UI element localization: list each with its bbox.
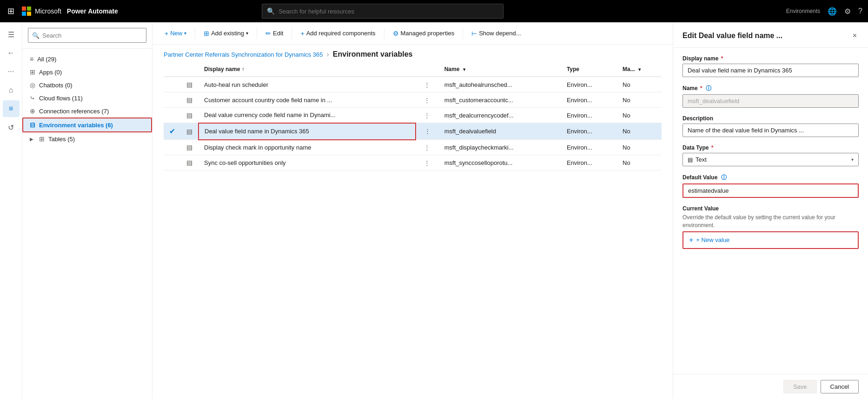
row-more-cell[interactable]: ⋮ bbox=[416, 77, 439, 92]
sidebar-search-input[interactable] bbox=[42, 32, 142, 39]
more-icon[interactable]: ··· bbox=[3, 63, 20, 80]
sidebar-item-apps-label: Apps (0) bbox=[39, 69, 62, 76]
home-icon[interactable]: ⌂ bbox=[3, 82, 20, 98]
row-more-cell[interactable]: ⋮ bbox=[416, 123, 439, 140]
edit-button[interactable]: ✏ Edit bbox=[261, 28, 288, 39]
new-value-button[interactable]: + + New value bbox=[682, 231, 859, 249]
col-type[interactable]: Type bbox=[561, 62, 617, 77]
add-existing-button[interactable]: ⊞ Add existing ▾ bbox=[199, 28, 253, 39]
col-ma[interactable]: Ma... ▾ bbox=[617, 62, 662, 77]
name-info-icon[interactable]: ⓘ bbox=[706, 85, 711, 92]
settings-icon[interactable]: ⚙ bbox=[844, 7, 851, 16]
data-type-chevron-icon: ▾ bbox=[851, 157, 854, 162]
sidebar-item-apps[interactable]: ⊞ Apps (0) bbox=[22, 65, 152, 78]
table-row[interactable]: ✔ ▤ Deal value field name in Dynamics 36… bbox=[164, 123, 662, 140]
default-value-info-icon[interactable]: ⓘ bbox=[721, 174, 727, 181]
show-depend-button[interactable]: ⊢ Show depend... bbox=[467, 28, 525, 39]
cloud-flows-icon: ⤷ bbox=[30, 94, 35, 102]
default-value-input[interactable] bbox=[682, 183, 859, 198]
list-icon[interactable]: ≡ bbox=[3, 100, 20, 117]
data-type-select[interactable]: ▤ Text ▾ bbox=[682, 153, 859, 166]
row-ma: No bbox=[617, 140, 662, 155]
global-search-box[interactable]: 🔍 bbox=[262, 4, 504, 19]
description-input[interactable] bbox=[682, 124, 859, 137]
table-row[interactable]: ▤ Display check mark in opportunity name… bbox=[164, 140, 662, 155]
apps-grid-icon[interactable]: ⊞ bbox=[6, 4, 16, 18]
table-row[interactable]: ▤ Sync co-sell opportunities only ⋮ msft… bbox=[164, 155, 662, 170]
ma-sort-icon: ▾ bbox=[638, 67, 641, 72]
row-checkbox-cell[interactable] bbox=[164, 140, 181, 155]
data-type-label: Data Type * bbox=[682, 144, 859, 151]
globe-icon[interactable]: 🌐 bbox=[828, 7, 837, 16]
data-type-icon: ▤ bbox=[688, 157, 693, 163]
save-button[interactable]: Save bbox=[783, 380, 817, 393]
main-layout: ☰ ← ··· ⌂ ≡ ↺ 🔍 ≡ All (29) ⊞ Apps (0) ◎ bbox=[0, 22, 868, 399]
row-more-icon[interactable]: ⋮ bbox=[421, 96, 433, 105]
table-row[interactable]: ▤ Auto-heal run scheduler ⋮ msft_autohea… bbox=[164, 77, 662, 92]
current-value-desc: Override the default value by setting th… bbox=[682, 214, 859, 229]
description-group: Description bbox=[682, 115, 859, 137]
sidebar-item-all[interactable]: ≡ All (29) bbox=[22, 52, 152, 65]
add-required-icon: + bbox=[300, 30, 304, 37]
global-search-input[interactable] bbox=[278, 8, 498, 15]
history-icon[interactable]: ↺ bbox=[3, 119, 20, 136]
help-icon[interactable]: ? bbox=[858, 7, 862, 15]
row-more-cell[interactable]: ⋮ bbox=[416, 140, 439, 155]
managed-props-button[interactable]: ⚙ Managed properties bbox=[388, 28, 459, 39]
env-vars-icon: ⊟ bbox=[30, 121, 35, 129]
search-icon: 🔍 bbox=[32, 32, 40, 39]
display-name-input[interactable] bbox=[682, 64, 859, 77]
breadcrumb-parent[interactable]: Partner Center Referrals Synchronization… bbox=[164, 51, 323, 58]
row-checkbox-cell[interactable] bbox=[164, 77, 181, 92]
cancel-button[interactable]: Cancel bbox=[821, 380, 859, 393]
display-name-group: Display name * bbox=[682, 55, 859, 77]
data-type-required: * bbox=[711, 144, 714, 151]
row-more-icon[interactable]: ⋮ bbox=[421, 80, 433, 89]
panel-close-button[interactable]: × bbox=[851, 30, 859, 42]
row-more-icon[interactable]: ⋮ bbox=[422, 127, 433, 136]
row-icon-cell: ▤ bbox=[181, 92, 199, 108]
sidebar-item-connection-references[interactable]: ⊕ Connection references (7) bbox=[22, 105, 152, 118]
sidebar-item-cloud-flows[interactable]: ⤷ Cloud flows (11) bbox=[22, 92, 152, 105]
row-more-cell[interactable]: ⋮ bbox=[416, 155, 439, 170]
toolbar-divider-4 bbox=[384, 28, 384, 39]
new-value-plus-icon: + bbox=[689, 236, 693, 244]
col-check bbox=[164, 62, 181, 77]
sidebar-item-chatbots[interactable]: ◎ Chatbots (0) bbox=[22, 78, 152, 92]
add-required-button[interactable]: + Add required components bbox=[296, 28, 380, 39]
show-depend-icon: ⊢ bbox=[471, 30, 477, 37]
row-checkbox-cell[interactable]: ✔ bbox=[164, 123, 181, 140]
row-display-name: Deal value currency code field name in D… bbox=[199, 108, 416, 123]
name-required: * bbox=[700, 85, 702, 92]
menu-toggle-icon[interactable]: ☰ bbox=[3, 26, 20, 43]
add-existing-icon: ⊞ bbox=[204, 30, 209, 37]
default-value-label: Default Value ⓘ bbox=[682, 174, 859, 182]
row-icon-cell: ▤ bbox=[181, 77, 199, 92]
sidebar-item-tables[interactable]: ▶ ⊞ Tables (5) bbox=[22, 132, 152, 145]
sidebar-search-box[interactable]: 🔍 bbox=[28, 28, 146, 43]
sidebar-item-environment-variables[interactable]: ⊟ Environment variables (6) bbox=[22, 118, 152, 132]
new-label: New bbox=[170, 30, 182, 37]
new-button[interactable]: + New ▾ bbox=[160, 28, 191, 39]
expand-icon[interactable]: ▶ bbox=[30, 137, 33, 142]
col-name[interactable]: Name ▾ bbox=[439, 62, 561, 77]
description-label: Description bbox=[682, 115, 859, 122]
table-row[interactable]: ▤ Customer account country code field na… bbox=[164, 92, 662, 108]
sidebar-nav: ≡ All (29) ⊞ Apps (0) ◎ Chatbots (0) ⤷ C… bbox=[22, 49, 152, 399]
row-type-icon: ▤ bbox=[186, 128, 192, 135]
row-more-cell[interactable]: ⋮ bbox=[416, 108, 439, 123]
back-icon[interactable]: ← bbox=[3, 45, 20, 61]
row-more-cell[interactable]: ⋮ bbox=[416, 92, 439, 108]
name-group: Name * ⓘ bbox=[682, 85, 859, 108]
row-checkbox-cell[interactable] bbox=[164, 155, 181, 170]
toolbar: + New ▾ ⊞ Add existing ▾ ✏ Edit + Add re… bbox=[152, 22, 673, 45]
row-more-icon[interactable]: ⋮ bbox=[421, 111, 433, 120]
row-checkbox-cell[interactable] bbox=[164, 108, 181, 123]
display-name-required: * bbox=[721, 55, 723, 62]
row-more-icon[interactable]: ⋮ bbox=[421, 143, 433, 152]
table-row[interactable]: ▤ Deal value currency code field name in… bbox=[164, 108, 662, 123]
row-checkbox-cell[interactable] bbox=[164, 92, 181, 108]
col-display-name[interactable]: Display name ↑ bbox=[199, 62, 416, 77]
row-more-icon[interactable]: ⋮ bbox=[421, 158, 433, 167]
sidebar-item-env-vars-label: Environment variables (6) bbox=[39, 122, 113, 129]
